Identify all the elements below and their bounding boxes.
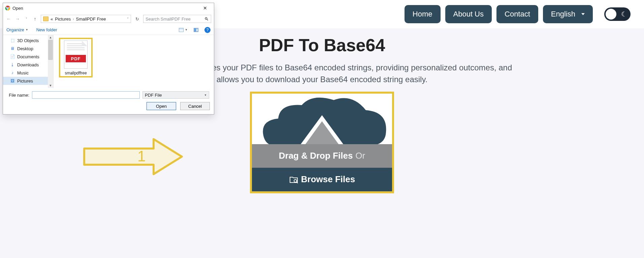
chevron-down-icon	[581, 13, 585, 15]
search-placeholder: Search SmallPDF Free	[146, 17, 191, 22]
tree-label: Documents	[17, 54, 39, 59]
close-icon: ✕	[203, 5, 207, 11]
svg-point-2	[294, 180, 297, 182]
browse-files-label: Browse Files	[301, 174, 355, 185]
downloads-icon: ⭳	[10, 62, 15, 67]
drag-drop-or: Or	[355, 151, 365, 161]
dialog-toolbar: Organize ▼ New folder ▼ ?	[3, 25, 214, 35]
recent-dropdown[interactable]: ˅	[23, 17, 29, 21]
tree-label: Downloads	[17, 62, 39, 67]
filename-label: File name:	[7, 93, 29, 98]
documents-icon: 📄	[10, 54, 15, 59]
tree-label: Music	[17, 70, 29, 75]
tree-scrollbar[interactable]: ▲ ▼	[48, 35, 53, 88]
address-dropdown-icon[interactable]: ˅	[127, 17, 129, 21]
tree-item-pictures[interactable]: 🖼Pictures	[3, 77, 53, 85]
upload-box: Drag & Drop Files Or Browse Files	[250, 92, 394, 193]
file-open-dialog: Open ✕ ← → ˅ ↑ « Pictures › SmallPDF Fre…	[3, 3, 214, 115]
tree-item-documents[interactable]: 📄Documents	[3, 53, 53, 61]
pane-icon	[194, 28, 198, 32]
scroll-thumb[interactable]	[48, 40, 53, 60]
language-select[interactable]: English	[543, 5, 593, 23]
dark-mode-toggle[interactable]: ☾	[604, 7, 631, 21]
search-icon: 🔍︎	[204, 17, 209, 22]
file-list: PDF smallpdffree	[54, 35, 214, 88]
nav-contact[interactable]: Contact	[496, 5, 538, 23]
preview-pane-button[interactable]	[194, 28, 198, 32]
dropdown-icon: ▼	[26, 28, 28, 31]
help-button[interactable]: ?	[204, 27, 211, 33]
file-item-smallpdffree[interactable]: PDF smallpdffree	[59, 38, 93, 77]
music-icon: ♪	[10, 70, 15, 75]
pictures-icon: 🖼	[10, 78, 15, 83]
tree-item-downloads[interactable]: ⭳Downloads	[3, 61, 53, 69]
up-button[interactable]: ↑	[32, 16, 38, 22]
view-mode-button[interactable]: ▼	[179, 28, 188, 32]
svg-point-8	[7, 7, 8, 9]
breadcrumb-sep-icon: ›	[73, 17, 74, 21]
svg-marker-4	[84, 139, 182, 174]
tree-item-3d-objects[interactable]: ⬚3D Objects	[3, 36, 53, 44]
folder-search-icon	[289, 175, 298, 184]
toggle-knob	[606, 9, 616, 20]
file-type-filter[interactable]: PDF File ▼	[142, 91, 209, 99]
dropdown-icon: ▼	[204, 94, 207, 97]
dialog-footer: File name: PDF File ▼ Open Cancel	[3, 88, 214, 114]
annotation-number-1: 1	[137, 148, 146, 165]
open-button[interactable]: Open	[147, 102, 176, 110]
organize-label: Organize	[6, 27, 24, 32]
forward-button[interactable]: →	[14, 16, 21, 22]
desktop-icon: 🖥	[10, 46, 15, 51]
tree-label: 3D Objects	[17, 38, 39, 43]
new-folder-button[interactable]: New folder	[36, 27, 57, 32]
tree-label: Desktop	[17, 46, 33, 51]
filename-input[interactable]	[32, 91, 140, 99]
file-name: smallpdffree	[61, 71, 91, 75]
drag-drop-label: Drag & Drop Files	[279, 151, 353, 161]
folder-icon	[43, 17, 49, 21]
breadcrumb-pictures[interactable]: Pictures	[55, 17, 71, 22]
annotation-arrow-1: 1	[81, 136, 185, 177]
tree-item-desktop[interactable]: 🖥Desktop	[3, 44, 53, 53]
language-label: English	[551, 10, 575, 19]
nav-home[interactable]: Home	[405, 5, 441, 23]
breadcrumb-smallpdf[interactable]: SmallPDF Free	[76, 17, 106, 22]
drag-drop-band[interactable]: Drag & Drop Files Or	[252, 144, 392, 168]
scroll-down-icon[interactable]: ▼	[49, 84, 52, 87]
back-button[interactable]: ←	[6, 16, 12, 22]
browse-files-button[interactable]: Browse Files	[252, 168, 392, 191]
pdf-badge: PDF	[66, 55, 86, 62]
folder-tree: ⬚3D Objects 🖥Desktop 📄Documents ⭳Downloa…	[3, 35, 54, 88]
scroll-up-icon[interactable]: ▲	[49, 36, 52, 39]
dialog-title: Open	[12, 6, 198, 11]
search-input[interactable]: Search SmallPDF Free 🔍︎	[143, 15, 211, 23]
cloud-upload-icon	[255, 95, 389, 144]
dialog-nav-row: ← → ˅ ↑ « Pictures › SmallPDF Free ˅ ↻ S…	[3, 13, 214, 25]
organize-menu[interactable]: Organize ▼	[6, 27, 28, 32]
tree-item-music[interactable]: ♪Music	[3, 69, 53, 77]
refresh-button[interactable]: ↻	[134, 17, 140, 22]
view-icon	[179, 28, 184, 32]
moon-icon: ☾	[621, 10, 627, 18]
tree-label: Pictures	[17, 78, 33, 84]
filter-label: PDF File	[145, 93, 162, 98]
cancel-button[interactable]: Cancel	[180, 102, 210, 110]
cloud-illustration	[252, 94, 392, 144]
dropdown-icon: ▼	[185, 28, 188, 31]
nav-about[interactable]: About Us	[445, 5, 492, 23]
dialog-body: ⬚3D Objects 🖥Desktop 📄Documents ⭳Downloa…	[3, 35, 214, 88]
chrome-icon	[5, 5, 10, 11]
address-bar[interactable]: « Pictures › SmallPDF Free ˅	[41, 15, 131, 23]
pdf-thumbnail-icon: PDF	[64, 40, 88, 69]
close-button[interactable]: ✕	[198, 3, 212, 13]
cube-icon: ⬚	[10, 38, 15, 43]
breadcrumb-root: «	[51, 17, 53, 22]
dialog-titlebar: Open ✕	[3, 3, 214, 13]
